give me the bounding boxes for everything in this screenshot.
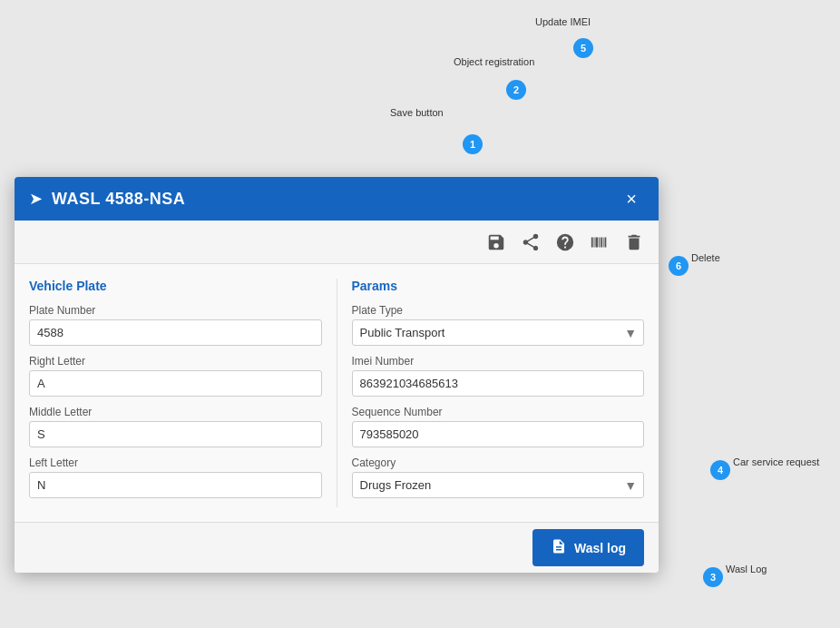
annotation-5: 5 (573, 38, 593, 58)
dialog-toolbar (15, 221, 659, 264)
sequence-number-input[interactable] (352, 421, 645, 447)
plate-type-select[interactable]: Public Transport Private Taxi Government (352, 319, 645, 346)
wasl-log-button[interactable]: Wasl log (532, 529, 644, 566)
plate-number-label: Plate Number (29, 304, 322, 317)
wasl-log-icon (551, 538, 567, 557)
right-letter-group: Right Letter (29, 355, 322, 397)
annotation-6: 6 (669, 256, 689, 276)
vehicle-plate-section: Vehicle Plate Plate Number Right Letter … (29, 279, 337, 507)
help-button[interactable] (552, 229, 579, 256)
plate-number-input[interactable] (29, 319, 322, 346)
vehicle-plate-title: Vehicle Plate (29, 279, 322, 293)
close-button[interactable]: × (619, 185, 644, 213)
category-select-wrapper: Drugs Frozen General Food Medical ▼ (352, 472, 645, 498)
middle-letter-label: Middle Letter (29, 406, 322, 418)
right-letter-label: Right Letter (29, 355, 322, 368)
imei-number-group: Imei Number (352, 355, 645, 397)
annotation-label-2: Object registration (454, 56, 534, 67)
sequence-number-label: Sequence Number (352, 406, 645, 418)
imei-number-label: Imei Number (352, 355, 645, 368)
dialog-footer: Wasl log (15, 522, 659, 573)
annotation-3: 3 (703, 567, 723, 587)
middle-letter-group: Middle Letter (29, 406, 322, 447)
left-letter-group: Left Letter (29, 456, 322, 498)
dialog-content: Vehicle Plate Plate Number Right Letter … (15, 264, 659, 522)
barcode-button[interactable] (586, 229, 613, 256)
share-button[interactable] (517, 229, 544, 256)
plate-type-label: Plate Type (352, 304, 645, 317)
annotation-label-6: Delete (691, 252, 720, 263)
save-button[interactable] (483, 229, 510, 256)
params-section: Params Plate Type Public Transport Priva… (337, 279, 645, 507)
dialog-title: WASL 4588-NSA (52, 190, 185, 209)
plate-number-group: Plate Number (29, 304, 322, 346)
dialog-header-left: ➤ WASL 4588-NSA (29, 189, 185, 209)
right-letter-input[interactable] (29, 370, 322, 397)
delete-button[interactable] (620, 229, 648, 256)
wasl-log-label: Wasl log (574, 541, 626, 555)
annotation-label-1: Save button (390, 107, 444, 118)
plate-type-group: Plate Type Public Transport Private Taxi… (352, 304, 645, 346)
category-label: Category (352, 456, 645, 469)
left-letter-label: Left Letter (29, 456, 322, 469)
dialog: ➤ WASL 4588-NSA × Vehicle Plate Plate Nu… (15, 177, 659, 573)
category-select[interactable]: Drugs Frozen General Food Medical (352, 472, 645, 498)
params-title: Params (352, 279, 645, 293)
annotation-label-4: Car service request (733, 456, 819, 467)
annotation-label-3: Wasl Log (726, 564, 767, 574)
left-letter-input[interactable] (29, 472, 322, 498)
plate-type-select-wrapper: Public Transport Private Taxi Government… (352, 319, 645, 346)
dialog-header: ➤ WASL 4588-NSA × (15, 177, 659, 221)
share-header-icon: ➤ (29, 189, 43, 209)
annotation-2: 2 (506, 80, 526, 100)
annotation-1: 1 (463, 134, 483, 154)
middle-letter-input[interactable] (29, 421, 322, 447)
imei-number-input[interactable] (352, 370, 645, 397)
sequence-number-group: Sequence Number (352, 406, 645, 447)
category-group: Category Drugs Frozen General Food Medic… (352, 456, 645, 498)
annotation-label-5: Update IMEI (535, 16, 591, 27)
annotation-4: 4 (710, 460, 730, 480)
